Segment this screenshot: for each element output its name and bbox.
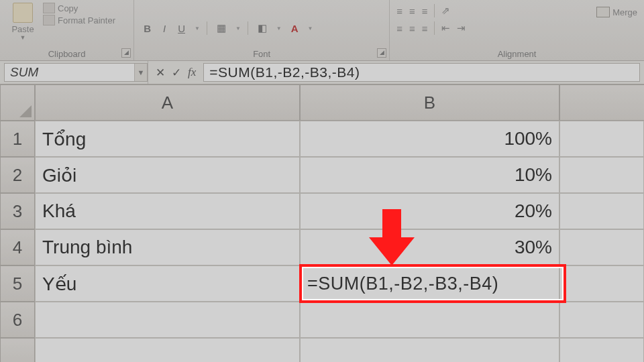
cell-C4[interactable] [559, 229, 644, 265]
copy-icon [43, 3, 55, 13]
chevron-down-icon: ▼ [308, 25, 313, 32]
dialog-launcher-icon[interactable]: ◢ [377, 48, 386, 58]
cell-A1[interactable]: Tổng [35, 121, 300, 157]
align-center-button[interactable]: ≡ [409, 23, 415, 34]
increase-indent-button[interactable]: ⇥ [457, 22, 466, 34]
merge-icon [596, 7, 610, 17]
align-middle-button[interactable]: ≡ [409, 5, 415, 17]
row-header-4[interactable]: 4 [0, 229, 35, 265]
cancel-formula-icon[interactable]: ✕ [154, 66, 167, 80]
cell-A4[interactable]: Trung bình [35, 229, 300, 265]
merge-button[interactable]: Merge [596, 7, 637, 17]
name-box-value: SUM [5, 65, 134, 80]
chevron-down-icon: ▼ [20, 34, 26, 41]
decrease-indent-button[interactable]: ⇤ [441, 22, 450, 34]
orientation-button[interactable]: ⇗ [441, 5, 450, 17]
chevron-down-icon: ▼ [195, 25, 200, 32]
chevron-down-icon: ▼ [235, 25, 241, 32]
ribbon-group-font: B I U ▼ ▦ ▼ ◧ ▼ A ▼ Font ◢ [134, 0, 390, 60]
group-label-alignment: Alignment [390, 49, 644, 59]
italic-button[interactable]: I [160, 23, 168, 34]
cell-B3[interactable]: 20% [300, 193, 559, 229]
paste-button[interactable]: Paste ▼ [7, 3, 39, 41]
group-label-font: Font [134, 49, 389, 59]
cell-C6[interactable] [559, 302, 644, 338]
cell-B6[interactable] [300, 302, 559, 338]
cell-B2[interactable]: 10% [300, 157, 559, 193]
cell-A7[interactable] [35, 338, 300, 362]
enter-formula-icon[interactable]: ✓ [170, 66, 183, 80]
ribbon-group-alignment: ≡ ≡ ≡ ⇗ ≡ ≡ ≡ ⇤ ⇥ Merge Alignment [390, 0, 644, 60]
col-header-B[interactable]: B [300, 84, 559, 121]
cell-C5[interactable] [559, 265, 644, 302]
align-right-button[interactable]: ≡ [422, 23, 428, 34]
formula-bar: SUM ▼ ✕ ✓ fx =SUM(B1,-B2,-B3,-B4) [0, 61, 644, 84]
name-box[interactable]: SUM ▼ [4, 63, 148, 82]
select-all-corner[interactable] [0, 84, 35, 121]
cell-C2[interactable] [559, 157, 644, 193]
merge-label: Merge [612, 7, 637, 17]
bold-button[interactable]: B [141, 23, 154, 34]
cell-B5[interactable]: =SUM(B1,-B2,-B3,-B4) [300, 265, 559, 302]
row-header-1[interactable]: 1 [0, 121, 35, 157]
cell-C1[interactable] [559, 121, 644, 157]
font-color-button[interactable]: A [288, 23, 301, 34]
paste-label: Paste [11, 24, 34, 34]
dialog-launcher-icon[interactable]: ◢ [121, 48, 131, 58]
chevron-down-icon[interactable]: ▼ [134, 64, 147, 81]
col-header-C[interactable] [559, 84, 644, 121]
cell-A2[interactable]: Giỏi [35, 157, 300, 193]
row-header-2[interactable]: 2 [0, 157, 35, 193]
cell-C3[interactable] [559, 193, 644, 229]
row-header-3[interactable]: 3 [0, 193, 35, 229]
row-header-5[interactable]: 5 [0, 265, 35, 302]
copy-button[interactable]: Copy [43, 3, 115, 13]
format-painter-label: Format Painter [58, 15, 115, 25]
align-left-button[interactable]: ≡ [396, 23, 402, 34]
fill-color-button[interactable]: ◧ [255, 22, 270, 34]
row-header-6[interactable]: 6 [0, 302, 35, 338]
spreadsheet-grid[interactable]: A B 1 Tổng 100% 2 Giỏi 10% 3 Khá 20% 4 T… [0, 84, 644, 362]
cell-A5[interactable]: Yếu [35, 265, 300, 302]
align-bottom-button[interactable]: ≡ [422, 5, 428, 17]
border-button[interactable]: ▦ [214, 22, 229, 34]
chevron-down-icon: ▼ [276, 25, 282, 32]
cell-C7[interactable] [559, 338, 644, 362]
row-header-7[interactable] [0, 338, 35, 362]
col-header-A[interactable]: A [35, 84, 300, 121]
cell-A3[interactable]: Khá [35, 193, 300, 229]
fx-icon[interactable]: fx [186, 66, 198, 79]
brush-icon [43, 15, 55, 25]
ribbon-group-clipboard: Paste ▼ Copy Format Painter Clipboard ◢ [0, 0, 134, 60]
clipboard-icon [13, 3, 33, 23]
format-painter-button[interactable]: Format Painter [43, 15, 115, 25]
formula-input[interactable]: =SUM(B1,-B2,-B3,-B4) [203, 63, 640, 82]
underline-button[interactable]: U [175, 23, 188, 34]
cell-B1[interactable]: 100% [300, 121, 559, 157]
group-label-clipboard: Clipboard [0, 49, 133, 59]
align-top-button[interactable]: ≡ [396, 5, 402, 17]
cell-A6[interactable] [35, 302, 300, 338]
cell-B4[interactable]: 30% [300, 229, 559, 265]
ribbon: Paste ▼ Copy Format Painter Clipboard ◢ … [0, 0, 644, 61]
formula-input-text: =SUM(B1,-B2,-B3,-B4) [209, 64, 360, 80]
copy-label: Copy [58, 3, 78, 13]
cell-B7[interactable] [300, 338, 559, 362]
